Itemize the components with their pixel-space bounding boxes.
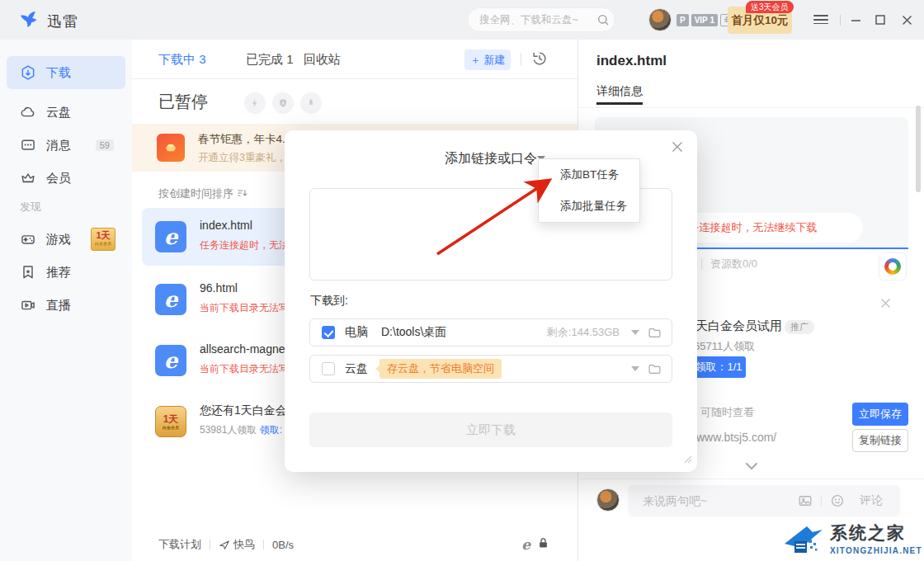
ie-file-icon: e (155, 284, 186, 315)
tab-underline (596, 102, 643, 105)
speedup-bolt-icon[interactable] (244, 92, 266, 114)
user-avatar[interactable] (648, 8, 672, 31)
global-search[interactable] (467, 7, 615, 32)
sidebar-item-downloads[interactable]: 下载 (7, 56, 125, 89)
ad-claim-button[interactable]: 领取：1/1 (691, 356, 746, 378)
speedbird-button[interactable]: 快鸟 (233, 537, 255, 552)
resize-handle[interactable] (684, 452, 692, 467)
task-title: allsearch-magnet. (200, 342, 291, 356)
source-link[interactable]: www.btsj5.com/ (696, 431, 776, 444)
chrome-ring-icon (884, 258, 901, 275)
vip-level-badge: VIP 1 (691, 14, 718, 26)
ie-browser-icon[interactable]: e (521, 536, 530, 553)
ie-file-icon: e (155, 345, 186, 376)
path-dropdown-icon[interactable] (631, 366, 639, 371)
minimize-button[interactable] (848, 12, 863, 27)
sidebar-item-label: 云盘 (46, 105, 71, 120)
gamepad-icon (20, 231, 36, 248)
message-icon (20, 137, 36, 153)
bookmark-star-icon (20, 264, 36, 280)
folder-icon[interactable] (648, 326, 662, 340)
watermark-domain: XITONGZHIJIA.NET (830, 546, 922, 555)
comment-avatar (596, 488, 620, 512)
sort-control[interactable]: 按创建时间排序 (158, 186, 248, 201)
collapse-chevron-icon[interactable] (745, 459, 758, 474)
comment-input[interactable] (643, 494, 791, 507)
watermark-logo-icon (784, 521, 823, 559)
menu-item-add-bt-task[interactable]: 添加BT任务 (539, 159, 639, 191)
history-icon[interactable] (530, 50, 549, 71)
sidebar-item-label: 游戏 (46, 232, 71, 248)
download-now-button[interactable]: 立即下载 (309, 412, 672, 447)
tab-downloading[interactable]: 下载中 3 (158, 52, 206, 68)
watermark-name: 系统之家 (830, 521, 922, 544)
save-hint-text: 可随时查看 (700, 405, 754, 420)
sidebar: 下载 云盘 消息 59 会员 发现 游戏 1天 白金会员 推荐 (0, 40, 132, 561)
cloud-checkbox[interactable] (322, 362, 335, 375)
new-task-button[interactable]: ＋ 新建 (464, 50, 511, 70)
task-tabs: 下载中 3 已完成 1 回收站 ＋ 新建 (132, 40, 578, 79)
task-status: 当前下载目录无法写入 (200, 301, 299, 315)
browser-fetch-button[interactable] (879, 252, 907, 280)
trial-day-badge[interactable]: 1天 白金会员 (91, 228, 116, 251)
speedup-shield-icon[interactable] (272, 92, 294, 114)
sort-label: 按创建时间排序 (158, 186, 233, 201)
save-now-button[interactable]: 立即保存 (852, 403, 908, 426)
comment-submit-button[interactable]: 评论 (860, 493, 883, 508)
local-label: 电脑 (345, 325, 368, 340)
tab-completed[interactable]: 已完成 1 (246, 52, 294, 68)
tab-recycle-bin[interactable]: 回收站 (304, 52, 341, 68)
lock-icon[interactable] (537, 537, 549, 552)
message-count-badge: 59 (96, 139, 114, 151)
folder-icon[interactable] (648, 362, 662, 376)
path-dropdown-icon[interactable] (631, 330, 639, 335)
sidebar-item-label: 消息 (46, 138, 71, 153)
membership-card-icon: 1天白金会员 (155, 406, 186, 437)
sidebar-item-messages[interactable]: 消息 59 (7, 129, 125, 162)
search-icon[interactable] (596, 13, 610, 26)
site-watermark: 系统之家 XITONGZHIJIA.NET (784, 521, 922, 559)
sidebar-item-recommend[interactable]: 推荐 (7, 256, 125, 289)
emoji-icon[interactable] (830, 493, 845, 508)
cloud-destination-row[interactable]: 云盘 存云盘，节省电脑空间 (309, 355, 672, 383)
download-plan-button[interactable]: 下载计划 (158, 537, 201, 552)
copy-link-button[interactable]: 复制链接 (852, 429, 908, 452)
task-status: 任务连接超时，无法继 (200, 238, 299, 252)
sidebar-item-live[interactable]: 直播 (7, 289, 125, 322)
xunlei-app-window: 迅雷 P VIP 1 年 首月仅10元 送3天会员 下载 云盘 (0, 0, 924, 561)
discover-section-label: 发现 (20, 200, 41, 214)
speedup-rocket-icon[interactable] (300, 92, 322, 114)
sidebar-item-label: 下载 (46, 65, 71, 81)
sidebar-item-label: 推荐 (46, 265, 71, 280)
add-task-menu: 添加BT任务 添加批量任务 (538, 158, 640, 223)
menu-item-add-batch-task[interactable]: 添加批量任务 (539, 191, 639, 222)
main-menu-icon[interactable] (813, 12, 828, 26)
local-checkbox[interactable] (322, 326, 335, 339)
task-title: index.html (200, 219, 252, 232)
window-controls-divider (840, 15, 841, 26)
local-destination-row[interactable]: 电脑 D:\tools\桌面 剩余:144.53GB (309, 318, 672, 346)
bottom-status-bar: 下载计划 快鸟 0B/s e (132, 528, 578, 561)
sidebar-item-label: 会员 (46, 171, 71, 186)
comment-box[interactable]: 评论 (628, 485, 900, 516)
sidebar-item-cloud-drive[interactable]: 云盘 (7, 96, 125, 129)
attach-image-icon[interactable] (798, 493, 813, 508)
ad-close-icon[interactable] (880, 297, 891, 312)
search-input[interactable] (479, 14, 593, 26)
ad-promoted-badge: 推广 (785, 320, 814, 334)
ad-title: 天白金会员试用 (695, 318, 782, 334)
task-status: 当前下载目录无法写入 (200, 362, 299, 376)
speedbird-icon (219, 539, 230, 550)
sidebar-item-label: 直播 (46, 298, 71, 314)
close-window-button[interactable] (899, 12, 914, 27)
paused-group-title: 已暂停 (158, 91, 208, 113)
cloud-tip-badge: 存云盘，节省电脑空间 (380, 359, 502, 379)
maximize-button[interactable] (873, 12, 888, 27)
tab-detail-info[interactable]: 详细信息 (596, 84, 643, 99)
sidebar-item-membership[interactable]: 会员 (7, 162, 125, 195)
sidebar-item-games[interactable]: 游戏 1天 白金会员 (7, 223, 125, 256)
current-speed: 0B/s (272, 539, 294, 551)
xunlei-logo-icon (18, 8, 40, 34)
panel-scrollbar[interactable] (916, 106, 921, 192)
ie-file-icon: e (155, 221, 186, 252)
